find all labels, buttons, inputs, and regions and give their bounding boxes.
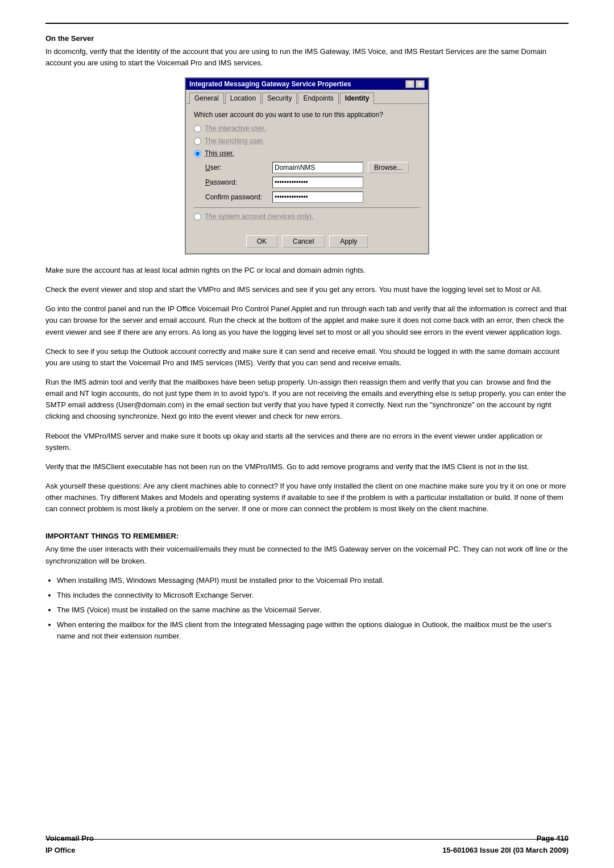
footer-brand: IP Office: [45, 845, 94, 857]
radio-sysaccount-label: The system account (services only).: [205, 212, 313, 220]
intro-text: In dcomcnfg, verify that the Identity of…: [45, 46, 569, 68]
radio-sysaccount: The system account (services only).: [194, 212, 420, 220]
bullet-2: This includes the connectivity to Micros…: [57, 590, 569, 601]
dialog-footer: OK Cancel Apply: [186, 232, 428, 253]
confirm-label: Confirm password:: [205, 193, 268, 201]
field-section: User: Browse... Password: Confirm passwo…: [205, 162, 420, 203]
tab-identity[interactable]: Identity: [340, 93, 375, 104]
tab-general[interactable]: General: [189, 93, 224, 104]
para-7: Verify that the IMSClient executable has…: [45, 461, 569, 473]
top-rule: [45, 23, 569, 24]
footer-page: Page 410: [442, 833, 569, 845]
radio-launching-label: The launching user.: [205, 137, 264, 145]
bullet-list: When installing IMS, Windows Messaging (…: [57, 575, 569, 642]
password-label: Password:: [205, 178, 268, 186]
apply-button[interactable]: Apply: [329, 235, 368, 248]
bullet-1: When installing IMS, Windows Messaging (…: [57, 575, 569, 586]
user-label: User:: [205, 164, 268, 172]
radio-interactive-label: The interactive user.: [205, 124, 266, 132]
cancel-button[interactable]: Cancel: [282, 235, 325, 248]
browse-button[interactable]: Browse...: [368, 162, 409, 173]
dialog-titlebar: Integrated Messaging Gateway Service Pro…: [186, 78, 428, 90]
confirm-input[interactable]: [272, 191, 363, 203]
user-field-row: User: Browse...: [205, 162, 420, 173]
separator: [194, 207, 420, 208]
footer-left: Voicemail Pro IP Office: [45, 833, 94, 857]
footer-issue: 15-601063 Issue 20l (03 March 2009): [442, 845, 569, 857]
password-input[interactable]: [272, 177, 363, 188]
tab-endpoints[interactable]: Endpoints: [298, 93, 338, 104]
para-2: Check the event viewer and stop and star…: [45, 284, 569, 295]
radio-interactive: The interactive user.: [194, 124, 420, 132]
para-5: Run the IMS admin tool and verify that t…: [45, 377, 569, 423]
para-4: Check to see if you setup the Outlook ac…: [45, 346, 569, 369]
important-heading: IMPORTANT THINGS TO REMEMBER:: [45, 532, 569, 540]
radio-sysaccount-input[interactable]: [194, 213, 201, 220]
page-container: On the Server In dcomcnfg, verify that t…: [0, 0, 614, 868]
tab-security[interactable]: Security: [262, 93, 297, 104]
dialog-title: Integrated Messaging Gateway Service Pro…: [189, 80, 351, 88]
dialog: Integrated Messaging Gateway Service Pro…: [185, 77, 429, 254]
help-button[interactable]: ?: [405, 80, 414, 88]
radio-launching-input[interactable]: [194, 137, 201, 145]
footer-product: Voicemail Pro: [45, 833, 94, 845]
bullet-3: The IMS (Voice) must be installed on the…: [57, 604, 569, 616]
title-buttons: ? ✕: [405, 80, 425, 88]
radio-interactive-input[interactable]: [194, 125, 201, 132]
ok-button[interactable]: OK: [246, 235, 277, 248]
page-footer: Voicemail Pro IP Office Page 410 15-6010…: [45, 833, 569, 857]
radio-thisuser-input[interactable]: [194, 150, 201, 157]
tab-location[interactable]: Location: [225, 93, 261, 104]
confirm-field-row: Confirm password:: [205, 191, 420, 203]
important-intro: Any time the user interacts with their v…: [45, 544, 569, 566]
radio-thisuser: This user.: [194, 149, 420, 157]
footer-right: Page 410 15-601063 Issue 20l (03 March 2…: [442, 833, 569, 857]
para-1: Make sure the account has at least local…: [45, 265, 569, 276]
dialog-tabs: General Location Security Endpoints Iden…: [186, 90, 428, 104]
para-3: Go into the control panel and run the IP…: [45, 303, 569, 337]
para-8: Ask yourself these questions: Are any cl…: [45, 481, 569, 515]
bullet-4: When entering the mailbox for the IMS cl…: [57, 619, 569, 642]
radio-thisuser-label: This user.: [205, 149, 234, 157]
password-field-row: Password:: [205, 177, 420, 188]
dialog-wrapper: Integrated Messaging Gateway Service Pro…: [45, 77, 569, 254]
dialog-body: Which user account do you want to use to…: [186, 104, 428, 232]
user-input[interactable]: [272, 162, 363, 173]
radio-launching: The launching user.: [194, 137, 420, 145]
dialog-question: Which user account do you want to use to…: [194, 111, 420, 119]
para-6: Reboot the VMPro/IMS server and make sur…: [45, 431, 569, 453]
close-button[interactable]: ✕: [416, 80, 425, 88]
section-heading: On the Server: [45, 34, 569, 43]
